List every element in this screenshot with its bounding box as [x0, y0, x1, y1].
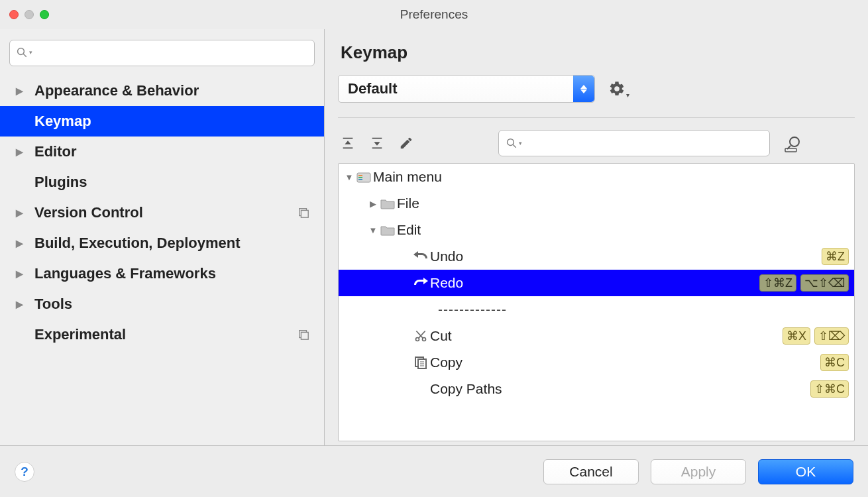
tree-node-undo[interactable]: Undo ⌘Z [339, 243, 854, 270]
svg-point-14 [790, 137, 799, 146]
shortcut-badge: ⇧⌦ [814, 327, 849, 345]
expand-all-button[interactable] [338, 133, 358, 153]
svg-rect-16 [785, 148, 796, 152]
settings-categories: ▶Appearance & Behavior ▶Keymap ▶Editor ▶… [0, 72, 324, 445]
category-label: Appearance & Behavior [34, 82, 199, 99]
tree-separator: ------------- [339, 296, 854, 323]
cancel-button[interactable]: Cancel [543, 459, 639, 484]
tree-node-edit[interactable]: ▼ Edit [339, 217, 854, 243]
collapse-all-button[interactable] [367, 133, 387, 153]
shortcut-badge: ⌘C [820, 354, 849, 371]
keymap-panel: Keymap Default ▾ ▾ [325, 29, 868, 445]
svg-rect-18 [358, 175, 362, 176]
find-shortcut-icon [785, 134, 803, 152]
svg-line-13 [513, 144, 516, 148]
dialog-footer: ? Cancel Apply OK [0, 445, 868, 497]
ok-button[interactable]: OK [758, 459, 853, 484]
selected-scheme-label: Default [348, 80, 398, 97]
window-title: Preferences [0, 7, 868, 22]
window-titlebar: Preferences [0, 0, 868, 29]
tree-node-copy-paths[interactable]: Copy Paths ⇧⌘C [339, 376, 854, 402]
tree-node-file[interactable]: ▶ File [339, 190, 854, 217]
dropdown-arrow-icon: ▾ [626, 91, 629, 99]
menu-folder-icon [354, 171, 373, 183]
folder-icon [378, 197, 397, 209]
sidebar-item-editor[interactable]: ▶Editor [0, 137, 324, 167]
shortcut-badge: ⇧⌘C [810, 380, 849, 398]
svg-rect-5 [301, 332, 308, 339]
node-label: Undo [430, 248, 818, 264]
category-label: Version Control [34, 204, 143, 221]
find-by-shortcut-button[interactable] [785, 134, 803, 152]
dropdown-arrow-icon: ▾ [519, 140, 522, 146]
collapse-all-icon [370, 136, 384, 150]
node-label: Redo [430, 275, 755, 291]
node-label: Copy [430, 355, 816, 370]
svg-rect-20 [358, 179, 362, 180]
sidebar-item-languages[interactable]: ▶Languages & Frameworks [0, 258, 324, 289]
tree-node-redo[interactable]: Redo ⇧⌘Z ⌥⇧⌫ [339, 270, 854, 296]
expand-arrow-icon: ▼ [344, 172, 354, 182]
pencil-icon [399, 136, 413, 150]
page-heading: Keymap [341, 42, 855, 63]
svg-point-0 [18, 48, 25, 55]
svg-rect-3 [301, 210, 308, 217]
search-icon [506, 137, 517, 149]
category-label: Keymap [34, 113, 91, 130]
sidebar-item-keymap[interactable]: ▶Keymap [0, 106, 324, 137]
expand-arrow-icon: ▶ [368, 199, 378, 209]
chevron-updown-icon [573, 76, 594, 102]
copy-icon [411, 356, 430, 369]
expand-all-icon [341, 136, 355, 150]
redo-icon [411, 277, 430, 289]
tree-node-copy[interactable]: Copy ⌘C [339, 349, 854, 376]
node-label: Copy Paths [430, 381, 806, 397]
divider [338, 117, 855, 118]
sidebar-item-version-control[interactable]: ▶Version Control [0, 197, 324, 228]
svg-marker-10 [374, 142, 380, 146]
project-scope-icon [298, 329, 309, 341]
action-search[interactable]: ▾ [498, 130, 770, 156]
sidebar-item-plugins[interactable]: ▶Plugins [0, 167, 324, 197]
category-label: Plugins [34, 174, 87, 191]
shortcut-badge: ⌘Z [822, 248, 849, 265]
search-icon: ▾ [16, 46, 32, 58]
preferences-sidebar: ▾ ▶Appearance & Behavior ▶Keymap ▶Editor… [0, 29, 325, 445]
shortcut-badge: ⌥⇧⌫ [800, 274, 849, 292]
edit-shortcut-button[interactable] [396, 133, 416, 153]
sidebar-item-appearance[interactable]: ▶Appearance & Behavior [0, 76, 324, 106]
node-label: File [397, 195, 849, 211]
shortcut-badge: ⌘X [783, 327, 810, 345]
action-search-input[interactable] [526, 137, 763, 150]
category-label: Editor [34, 143, 77, 160]
scheme-actions-button[interactable]: ▾ [608, 80, 625, 97]
shortcut-badge: ⇧⌘Z [759, 274, 796, 292]
help-button[interactable]: ? [15, 462, 34, 482]
separator-label: ------------- [438, 302, 507, 317]
svg-marker-7 [345, 140, 351, 144]
node-label: Edit [397, 222, 849, 238]
project-scope-icon [298, 207, 309, 219]
node-label: Main menu [373, 169, 849, 185]
svg-rect-19 [358, 177, 362, 178]
svg-point-12 [508, 139, 514, 146]
tree-node-main-menu[interactable]: ▼ Main menu [339, 164, 854, 190]
gear-icon [608, 80, 625, 97]
cut-icon [411, 329, 430, 343]
apply-button[interactable]: Apply [651, 459, 746, 484]
category-label: Build, Execution, Deployment [34, 235, 240, 252]
category-label: Tools [34, 296, 72, 313]
category-label: Languages & Frameworks [34, 265, 216, 282]
sidebar-item-build[interactable]: ▶Build, Execution, Deployment [0, 228, 324, 258]
sidebar-item-tools[interactable]: ▶Tools [0, 289, 324, 319]
category-label: Experimental [34, 326, 126, 343]
svg-line-1 [23, 54, 27, 57]
actions-tree[interactable]: ▼ Main menu ▶ File ▼ Edit [338, 163, 855, 441]
node-label: Cut [430, 328, 779, 344]
tree-node-cut[interactable]: Cut ⌘X ⇧⌦ [339, 323, 854, 349]
folder-icon [378, 224, 397, 236]
settings-search-input[interactable] [9, 40, 315, 66]
keymap-scheme-select[interactable]: Default [338, 75, 595, 103]
expand-arrow-icon: ▼ [368, 225, 378, 235]
sidebar-item-experimental[interactable]: ▶Experimental [0, 319, 324, 350]
